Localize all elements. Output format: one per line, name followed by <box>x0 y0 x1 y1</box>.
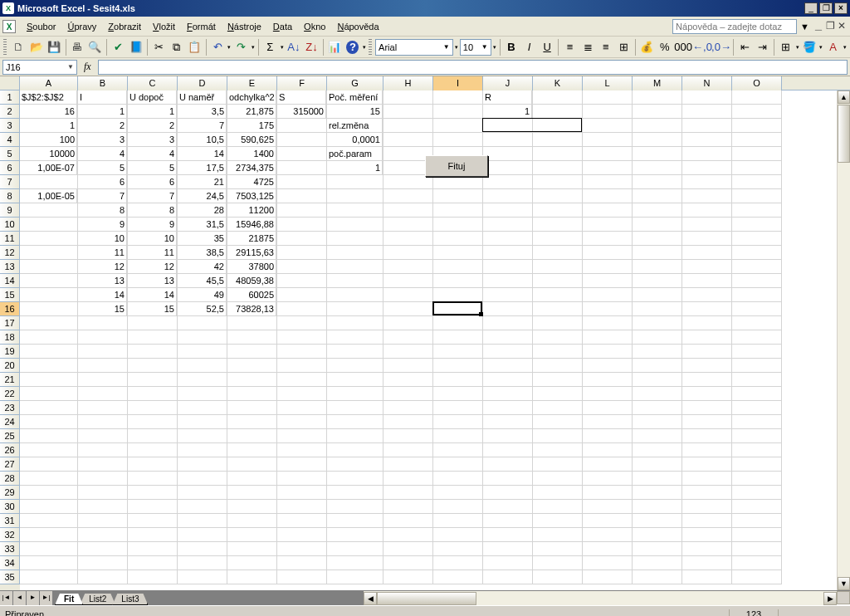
col-header-O[interactable]: O <box>732 76 782 90</box>
formula-input[interactable] <box>98 60 848 75</box>
cell-G5[interactable]: poč.param <box>327 147 383 161</box>
col-header-K[interactable]: K <box>533 76 583 90</box>
row-header-1[interactable]: 1 <box>0 90 20 105</box>
row-header-4[interactable]: 4 <box>0 133 20 147</box>
hscroll-thumb[interactable] <box>377 592 476 605</box>
sheet-tab-list2[interactable]: List2 <box>80 594 115 605</box>
cell-C1[interactable]: U dopoč <box>128 90 177 105</box>
close-button[interactable]: × <box>834 2 848 14</box>
cell-B16[interactable]: 15 <box>78 302 127 316</box>
name-box[interactable]: J16 ▼ <box>2 60 77 75</box>
menu-data[interactable]: Data <box>267 19 298 34</box>
minimize-button[interactable]: _ <box>804 2 818 14</box>
cell-E2[interactable]: 21,875 <box>227 105 276 119</box>
row-header-8[interactable]: 8 <box>0 189 20 203</box>
cell-E10[interactable]: 15946,88 <box>227 218 276 232</box>
menu-okno[interactable]: Okno <box>298 19 331 34</box>
increase-decimal-button[interactable]: ←,0 <box>693 38 711 56</box>
print-preview-button[interactable]: 🔍 <box>86 38 104 56</box>
cell-E15[interactable]: 60025 <box>227 288 276 302</box>
menu-zobrazit[interactable]: Zobrazit <box>102 19 147 34</box>
cell-D2[interactable]: 3,5 <box>178 105 227 119</box>
row-header-20[interactable]: 20 <box>0 359 20 373</box>
copy-button[interactable]: ⧉ <box>169 38 186 56</box>
col-header-F[interactable]: F <box>277 76 327 90</box>
cell-B10[interactable]: 9 <box>78 218 127 232</box>
row-header-26[interactable]: 26 <box>0 443 20 457</box>
cell-B14[interactable]: 13 <box>78 274 127 288</box>
cell-C5[interactable]: 4 <box>128 147 177 161</box>
autosum-dropdown-icon[interactable]: ▾ <box>280 44 285 51</box>
cell-B9[interactable]: 8 <box>78 203 127 218</box>
autosum-button[interactable]: Σ <box>261 38 279 56</box>
cell-B8[interactable]: 7 <box>78 189 127 203</box>
chart-button[interactable]: 📊 <box>326 38 344 56</box>
doc-close-button[interactable]: ✕ <box>836 21 848 32</box>
sort-asc-button[interactable]: A↓ <box>286 38 303 56</box>
cell-C2[interactable]: 1 <box>128 105 177 119</box>
doc-restore-button[interactable]: ❐ <box>824 21 836 32</box>
row-header-18[interactable]: 18 <box>0 330 20 345</box>
cell-C10[interactable]: 9 <box>128 218 177 232</box>
row-header-24[interactable]: 24 <box>0 415 20 429</box>
increase-indent-button[interactable]: ⇥ <box>755 38 772 56</box>
cell-C14[interactable]: 13 <box>128 274 177 288</box>
fontcolor-dropdown-icon[interactable]: ▾ <box>843 44 848 51</box>
cell-E4[interactable]: 590,625 <box>227 133 276 147</box>
row-header-35[interactable]: 35 <box>0 570 20 584</box>
cell-A6[interactable]: 1,00E-07 <box>20 161 77 175</box>
row-header-13[interactable]: 13 <box>0 260 20 274</box>
horizontal-scrollbar[interactable]: ◀ ▶ <box>360 591 837 605</box>
cell-B5[interactable]: 4 <box>78 147 127 161</box>
cell-D13[interactable]: 42 <box>178 260 227 274</box>
row-header-33[interactable]: 33 <box>0 542 20 556</box>
cell-B3[interactable]: 2 <box>78 119 127 133</box>
row-header-3[interactable]: 3 <box>0 119 20 133</box>
row-header-29[interactable]: 29 <box>0 486 20 500</box>
open-button[interactable]: 📂 <box>27 38 45 56</box>
percent-button[interactable]: % <box>656 38 673 56</box>
cell-B6[interactable]: 5 <box>78 161 127 175</box>
align-center-button[interactable]: ≣ <box>579 38 597 56</box>
fituj-button[interactable]: Fituj <box>425 155 488 177</box>
currency-button[interactable]: 💰 <box>638 38 656 56</box>
cell-D7[interactable]: 21 <box>178 175 227 189</box>
cell-D9[interactable]: 28 <box>178 203 227 218</box>
row-header-6[interactable]: 6 <box>0 161 20 175</box>
spelling-button[interactable]: ✔ <box>110 38 127 56</box>
col-header-B[interactable]: B <box>78 76 128 90</box>
sheet-tab-fit[interactable]: Fit <box>55 594 83 605</box>
cut-button[interactable]: ✂ <box>150 38 168 56</box>
cell-G2[interactable]: 15 <box>327 105 383 119</box>
sheet-tab-list3[interactable]: List3 <box>112 594 148 605</box>
cell-A2[interactable]: 16 <box>20 105 77 119</box>
cell-D16[interactable]: 52,5 <box>178 302 227 316</box>
cell-D5[interactable]: 14 <box>178 147 227 161</box>
cell-D11[interactable]: 35 <box>178 232 227 246</box>
cell-C12[interactable]: 11 <box>128 246 177 260</box>
print-button[interactable]: 🖶 <box>69 38 86 56</box>
help-dropdown-icon[interactable]: ▼ <box>800 22 809 32</box>
cell-J2[interactable]: 1 <box>483 105 532 119</box>
size-dropdown-icon[interactable]: ▾ <box>492 44 497 51</box>
row-header-27[interactable]: 27 <box>0 457 20 472</box>
cell-E6[interactable]: 2734,375 <box>227 161 276 175</box>
app-icon[interactable]: X <box>2 20 16 33</box>
cell-A1[interactable]: $J$2:$J$2 <box>20 90 77 105</box>
cell-E14[interactable]: 48059,38 <box>227 274 276 288</box>
underline-button[interactable]: U <box>539 38 556 56</box>
row-header-16[interactable]: 16 <box>0 302 20 316</box>
scroll-thumb[interactable] <box>838 105 850 163</box>
cell-D4[interactable]: 10,5 <box>178 133 227 147</box>
help-button[interactable]: ? <box>346 41 359 54</box>
doc-minimize-button[interactable]: ＿ <box>813 21 824 32</box>
tab-last-button[interactable]: ►| <box>40 591 53 605</box>
col-header-D[interactable]: D <box>178 76 227 90</box>
fx-icon[interactable]: fx <box>81 61 95 73</box>
col-header-N[interactable]: N <box>682 76 732 90</box>
cell-B11[interactable]: 10 <box>78 232 127 246</box>
redo-dropdown-icon[interactable]: ▾ <box>251 44 256 51</box>
cell-G4[interactable]: 0,0001 <box>327 133 383 147</box>
decrease-indent-button[interactable]: ⇤ <box>736 38 754 56</box>
toolbar-grip-2[interactable] <box>369 39 372 56</box>
